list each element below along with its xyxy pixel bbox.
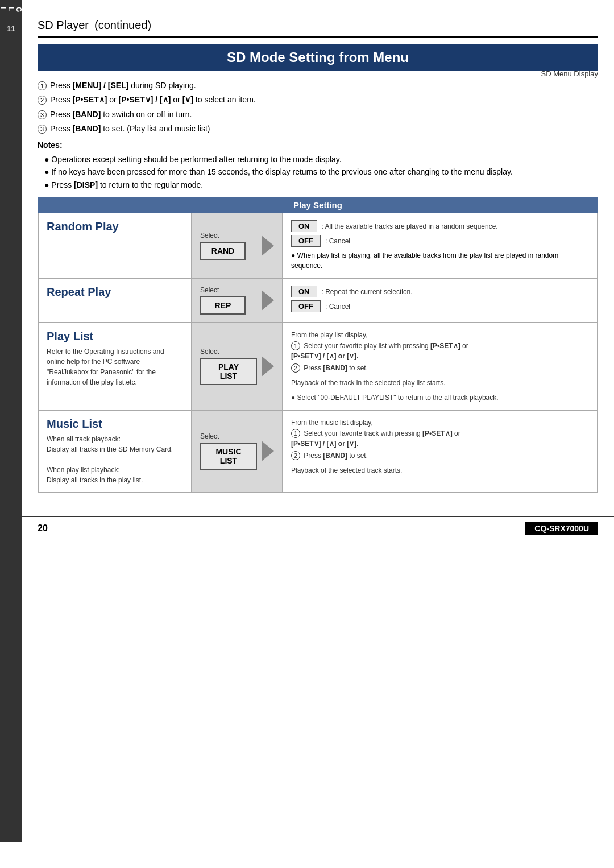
step3-circle: 3 bbox=[38, 110, 47, 119]
random-play-select-label: Select bbox=[200, 232, 257, 239]
play-list-bullet: Select "00-DEFAULT PLAYLIST" to return t… bbox=[291, 392, 589, 403]
play-list-step1: 1 Select your favorite play list with pr… bbox=[291, 341, 589, 361]
music-list-arrow bbox=[262, 441, 274, 461]
step2-num: 2 bbox=[291, 451, 300, 460]
play-list-right-intro: From the play list display, bbox=[291, 330, 589, 341]
repeat-play-title: Repeat Play bbox=[47, 286, 183, 299]
repeat-on-desc: : Repeat the current selection. bbox=[322, 288, 413, 296]
step1-num: 1 bbox=[291, 341, 300, 350]
repeat-play-right: ON : Repeat the current selection. OFF :… bbox=[283, 278, 598, 323]
footer-page-number: 20 bbox=[38, 523, 48, 534]
step4-circle: 3 bbox=[38, 125, 47, 134]
random-play-right: ON : All the available tracks are played… bbox=[283, 213, 598, 278]
sidebar-language: ENGLISH bbox=[0, 7, 39, 13]
repeat-on-box: ON bbox=[291, 286, 317, 297]
music-list-left: Music List When all track playback:Displ… bbox=[38, 410, 192, 493]
random-bullet: When play list is playing, all the avail… bbox=[291, 250, 589, 271]
section-heading: SD Mode Setting from Menu bbox=[38, 44, 598, 71]
play-list-right: From the play list display, 1 Select you… bbox=[283, 323, 598, 410]
random-on-desc: : All the available tracks are played in… bbox=[322, 222, 498, 230]
instruction-step3: 3 Press [BAND] to switch on or off in tu… bbox=[38, 108, 598, 121]
footer: 20 CQ-SRX7000U bbox=[0, 516, 614, 540]
play-list-steps: 1 Select your favorite play list with pr… bbox=[291, 341, 589, 373]
repeat-on-row: ON : Repeat the current selection. bbox=[291, 286, 589, 297]
footer-model-number: CQ-SRX7000U bbox=[525, 522, 598, 535]
music-list-title: Music List bbox=[47, 418, 183, 431]
play-list-select-value: PLAY LIST bbox=[200, 358, 257, 385]
random-off-row: OFF : Cancel bbox=[291, 235, 589, 247]
random-off-box: OFF bbox=[291, 235, 321, 247]
play-list-middle: Select PLAY LIST bbox=[192, 323, 283, 410]
repeat-play-select-label: Select bbox=[200, 286, 257, 294]
music-list-step2: 2 Press [BAND] to set. bbox=[291, 450, 589, 461]
random-play-title: Random Play bbox=[47, 220, 183, 233]
play-setting-section: Play Setting Random Play Select RAND bbox=[38, 197, 598, 493]
play-list-title: Play List bbox=[47, 330, 183, 343]
step1-num: 1 bbox=[291, 429, 300, 438]
title-divider bbox=[38, 36, 598, 38]
step2-num: 2 bbox=[291, 363, 300, 373]
note-3: Press [DISP] to return to the regular mo… bbox=[44, 179, 598, 191]
music-list-step1: 1 Select your favorite track with pressi… bbox=[291, 428, 589, 449]
step1-circle: 1 bbox=[38, 81, 47, 90]
random-play-arrow bbox=[262, 235, 274, 256]
music-list-right: From the music list display, 1 Select yo… bbox=[283, 410, 598, 493]
sidebar: ENGLISH 11 bbox=[0, 0, 22, 842]
music-list-steps: 1 Select your favorite track with pressi… bbox=[291, 428, 589, 461]
sd-menu-display-label: SD Menu Display bbox=[541, 68, 598, 80]
repeat-off-row: OFF : Cancel bbox=[291, 300, 589, 312]
instruction-step4: 3 Press [BAND] to set. (Play list and mu… bbox=[38, 122, 598, 135]
repeat-off-desc: : Cancel bbox=[325, 303, 350, 311]
sidebar-chapter-number: 11 bbox=[7, 24, 15, 33]
note-1: Operations except setting should be perf… bbox=[44, 153, 598, 166]
notes-label: Notes: bbox=[38, 139, 598, 151]
instructions-block: 1 Press [MENU] / [SEL] during SD playing… bbox=[38, 79, 598, 191]
random-off-desc: : Cancel bbox=[325, 237, 350, 245]
repeat-play-arrow bbox=[262, 290, 274, 311]
instruction-step2: 2 Press [P•SET∧] or [P•SET∨] / [∧] or [∨… bbox=[38, 93, 598, 106]
main-content: SD Player (continued) SD Mode Setting fr… bbox=[22, 0, 614, 510]
music-list-desc: When all track playback:Display all trac… bbox=[47, 434, 183, 485]
page: ENGLISH 11 SD Player (continued) SD Mode… bbox=[0, 0, 614, 868]
random-play-left: Random Play bbox=[38, 213, 192, 278]
music-list-mid: Playback of the selected track starts. bbox=[291, 465, 589, 476]
music-list-middle: Select MUSIC LIST bbox=[192, 410, 283, 493]
music-list-select-label: Select bbox=[200, 432, 257, 440]
play-list-select-label: Select bbox=[200, 348, 257, 356]
random-play-select-value: RAND bbox=[200, 242, 246, 260]
repeat-play-select-value: REP bbox=[200, 296, 246, 315]
repeat-play-left: Repeat Play bbox=[38, 278, 192, 323]
play-list-left: Play List Refer to the Operating Instruc… bbox=[38, 323, 192, 410]
step2-circle: 2 bbox=[38, 96, 47, 105]
random-on-box: ON bbox=[291, 220, 317, 232]
instruction-step1: 1 Press [MENU] / [SEL] during SD playing… bbox=[38, 79, 598, 92]
play-setting-grid: Random Play Select RAND ON : All the ava bbox=[38, 213, 598, 492]
play-list-arrow bbox=[262, 356, 274, 377]
play-setting-header: Play Setting bbox=[38, 197, 598, 213]
title-main: SD Player bbox=[38, 19, 89, 31]
play-list-mid: Playback of the track in the selected pl… bbox=[291, 378, 589, 388]
play-list-desc: Refer to the Operating Instructions and … bbox=[47, 346, 183, 387]
music-list-right-intro: From the music list display, bbox=[291, 418, 589, 428]
note-2: If no keys have been pressed for more th… bbox=[44, 166, 598, 178]
repeat-off-box: OFF bbox=[291, 300, 321, 312]
repeat-play-middle: Select REP bbox=[192, 278, 283, 323]
notes-list: Operations except setting should be perf… bbox=[38, 153, 598, 191]
random-play-middle: Select RAND bbox=[192, 213, 283, 278]
music-list-select-value: MUSIC LIST bbox=[200, 443, 257, 470]
random-on-row: ON : All the available tracks are played… bbox=[291, 220, 589, 232]
title-subtitle: (continued) bbox=[94, 19, 151, 31]
play-list-step2: 2 Press [BAND] to set. bbox=[291, 363, 589, 373]
page-title: SD Player (continued) bbox=[38, 10, 598, 34]
